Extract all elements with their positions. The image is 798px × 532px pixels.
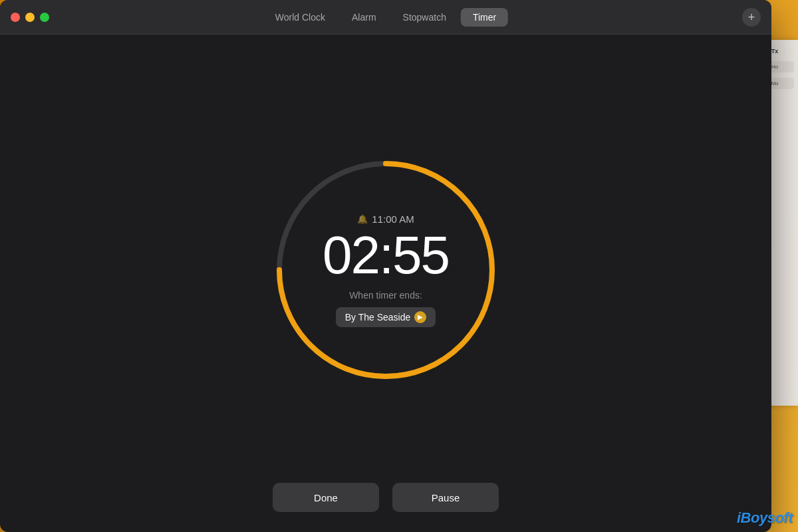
tab-alarm[interactable]: Alarm	[340, 8, 388, 27]
done-button[interactable]: Done	[273, 483, 379, 512]
maximize-button[interactable]	[40, 13, 49, 22]
timer-ends-label: When timer ends:	[349, 290, 422, 301]
window-controls	[11, 13, 49, 22]
clock-window: World Clock Alarm Stopwatch Timer + 🔔 11…	[0, 0, 771, 532]
alarm-time-text: 11:00 AM	[372, 213, 414, 225]
tab-world-clock[interactable]: World Clock	[263, 8, 337, 27]
pause-button[interactable]: Pause	[392, 483, 499, 512]
watermark: iBoysoft	[737, 509, 793, 527]
sound-name-text: By The Seaside	[345, 312, 411, 323]
timer-display: 02:55	[323, 229, 449, 282]
add-button[interactable]: +	[742, 8, 761, 27]
sound-icon: ▶	[414, 311, 426, 323]
timer-sound-button[interactable]: By The Seaside ▶	[336, 307, 436, 327]
minimize-button[interactable]	[25, 13, 35, 22]
tab-timer[interactable]: Timer	[461, 8, 508, 27]
tab-stopwatch[interactable]: Stopwatch	[391, 8, 458, 27]
bottom-buttons: Done Pause	[273, 483, 499, 512]
timer-container: 🔔 11:00 AM 02:55 When timer ends: By The…	[266, 150, 505, 390]
watermark-suffix: Boysoft	[741, 509, 793, 526]
tab-bar: World Clock Alarm Stopwatch Timer	[263, 8, 508, 27]
title-bar: World Clock Alarm Stopwatch Timer +	[0, 0, 771, 35]
alarm-time: 🔔 11:00 AM	[357, 213, 414, 225]
main-content: 🔔 11:00 AM 02:55 When timer ends: By The…	[0, 35, 771, 532]
timer-info: 🔔 11:00 AM 02:55 When timer ends: By The…	[323, 213, 449, 327]
bell-icon: 🔔	[357, 214, 368, 224]
close-button[interactable]	[11, 13, 20, 22]
